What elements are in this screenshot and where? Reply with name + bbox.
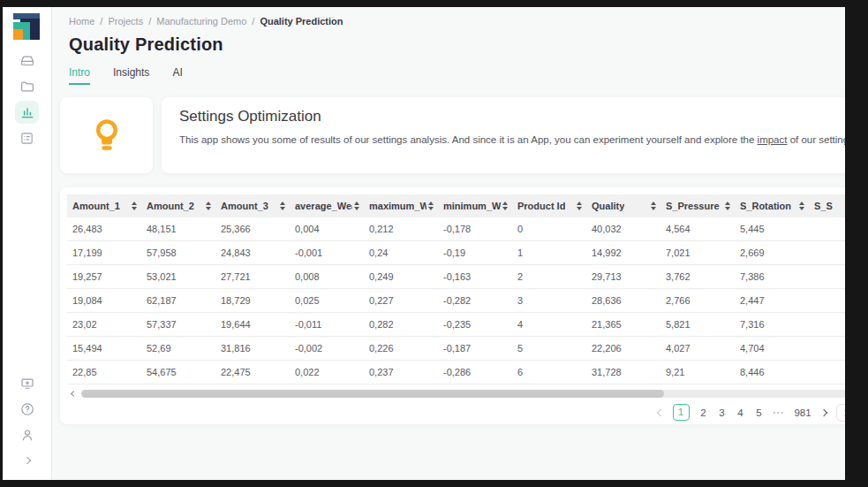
sort-icon[interactable] [428, 202, 434, 210]
column-label: S_Pressure [666, 201, 720, 211]
tab-ai[interactable]: AI [172, 66, 182, 85]
table-cell: 5,445 [735, 224, 809, 234]
title-row: Quality Prediction Edit [69, 34, 845, 55]
sort-icon[interactable] [577, 202, 582, 210]
breadcrumb-item[interactable]: Projects [108, 16, 143, 27]
table-cell: 0,226 [364, 343, 438, 354]
table-cell: 3 [512, 295, 586, 306]
sort-ascending-icon [651, 202, 656, 205]
apps-icon[interactable] [15, 126, 39, 149]
sort-icon[interactable] [206, 202, 211, 210]
column-header-s-s[interactable]: S_S [809, 201, 845, 211]
table-cell: 0,004 [290, 224, 364, 234]
bar-chart-icon[interactable] [15, 101, 39, 124]
column-label: Amount_2 [147, 201, 194, 211]
column-label: S_S [814, 201, 833, 211]
table-cell: 23,02 [67, 319, 141, 330]
sort-icon[interactable] [502, 202, 508, 210]
sort-descending-icon [132, 207, 137, 210]
sort-icon[interactable] [280, 202, 285, 210]
screen: { "colors": { "accent": "#3bbfa0", "fram… [0, 0, 868, 487]
app-window: Home/Projects/Manufacturing Demo/Quality… [3, 7, 845, 480]
sort-descending-icon [502, 207, 508, 210]
horizontal-scrollbar-track[interactable] [81, 390, 845, 398]
table-cell: 19,084 [67, 295, 141, 306]
breadcrumb-item[interactable]: Manufacturing Demo [156, 16, 246, 27]
column-label: average_Wear [295, 201, 352, 211]
table-cell: 24,843 [215, 247, 290, 258]
table-cell: 8,446 [735, 367, 809, 377]
page-number-1[interactable]: 1 [673, 404, 690, 421]
user-icon[interactable] [15, 423, 39, 446]
page-number-2[interactable]: 2 [699, 407, 708, 418]
table-row: 15,49452,6931,816-0,0020,226-0,187522,20… [67, 337, 845, 361]
column-header-amount-1[interactable]: Amount_1 [67, 201, 141, 211]
column-header-amount-3[interactable]: Amount_3 [215, 201, 290, 211]
previous-page-icon[interactable] [658, 410, 663, 415]
tab-intro[interactable]: Intro [69, 66, 90, 85]
table-cell: 5 [512, 343, 586, 354]
folder-icon[interactable] [15, 75, 39, 98]
table-cell: 0,237 [364, 367, 438, 377]
page-size-select[interactable]: 10 / page [836, 404, 845, 422]
table-row: 19,08462,18718,7290,0250,227-0,282328,63… [67, 289, 845, 313]
table-cell: -0,235 [438, 319, 512, 330]
sort-icon[interactable] [725, 202, 730, 210]
table-cell: 7,386 [735, 271, 809, 282]
sort-ascending-icon [206, 202, 211, 205]
table-cell: 0,008 [290, 271, 364, 282]
pagination-ellipsis[interactable]: ••• [774, 408, 785, 416]
table-cell: 7,316 [735, 319, 809, 330]
table-cell: 0,249 [364, 271, 438, 282]
table-cell: -0,19 [438, 247, 512, 258]
table-cell: -0,178 [438, 224, 512, 234]
storage-icon[interactable] [15, 49, 39, 72]
sort-icon[interactable] [132, 202, 137, 210]
sort-ascending-icon [502, 202, 508, 205]
horizontal-scrollbar [67, 387, 845, 399]
page-number-3[interactable]: 3 [718, 407, 727, 418]
table-cell: 6 [512, 367, 586, 377]
page-number-5[interactable]: 5 [755, 407, 764, 418]
table-cell: 0 [512, 224, 586, 234]
column-header-maximum-wear[interactable]: maximum_Wear [364, 201, 438, 211]
next-page-icon[interactable] [821, 410, 826, 415]
column-label: S_Rotation [740, 201, 791, 211]
column-header-minimum-wear[interactable]: minimum_Wear [438, 201, 512, 211]
sort-descending-icon [799, 207, 804, 210]
column-header-s-pressure[interactable]: S_Pressure [660, 201, 735, 211]
table-cell: 4 [512, 319, 586, 330]
column-header-average-wear[interactable]: average_Wear [290, 201, 364, 211]
page-number-981[interactable]: 981 [794, 407, 811, 418]
sort-icon[interactable] [799, 202, 804, 210]
expand-sidebar-icon[interactable] [15, 449, 39, 472]
pagination: 12345•••981 10 / page [67, 399, 845, 425]
sort-icon[interactable] [354, 202, 359, 210]
table-row: 19,25753,02127,7210,0080,249-0,163229,71… [67, 265, 845, 289]
screen-share-icon[interactable] [15, 372, 39, 395]
column-header-quality[interactable]: Quality [586, 201, 660, 211]
sort-icon[interactable] [651, 202, 656, 210]
table-cell: 31,728 [586, 367, 660, 377]
table-row: 23,0257,33719,644-0,0110,282-0,235421,36… [67, 313, 845, 337]
scroll-left-icon[interactable] [67, 392, 79, 396]
page-number-4[interactable]: 4 [736, 407, 745, 418]
breadcrumb-item[interactable]: Home [69, 16, 94, 27]
column-header-amount-2[interactable]: Amount_2 [141, 201, 215, 211]
column-header-s-rotation[interactable]: S_Rotation [735, 201, 809, 211]
help-icon[interactable] [15, 398, 39, 421]
column-label: maximum_Wear [369, 201, 426, 211]
page-title: Quality Prediction [69, 34, 223, 55]
table-cell: -0,187 [438, 343, 512, 354]
app-logo[interactable] [12, 12, 42, 42]
sort-ascending-icon [799, 202, 804, 205]
column-header-product-id[interactable]: Product Id [512, 201, 586, 211]
sort-ascending-icon [428, 202, 434, 205]
table-cell: 0,022 [290, 367, 364, 377]
impact-link[interactable]: impact [758, 134, 788, 145]
table-cell: 53,021 [141, 271, 215, 282]
horizontal-scrollbar-thumb[interactable] [81, 390, 664, 398]
column-label: Quality [592, 201, 624, 211]
tab-insights[interactable]: Insights [113, 66, 149, 85]
intro-icon-card [60, 97, 153, 173]
